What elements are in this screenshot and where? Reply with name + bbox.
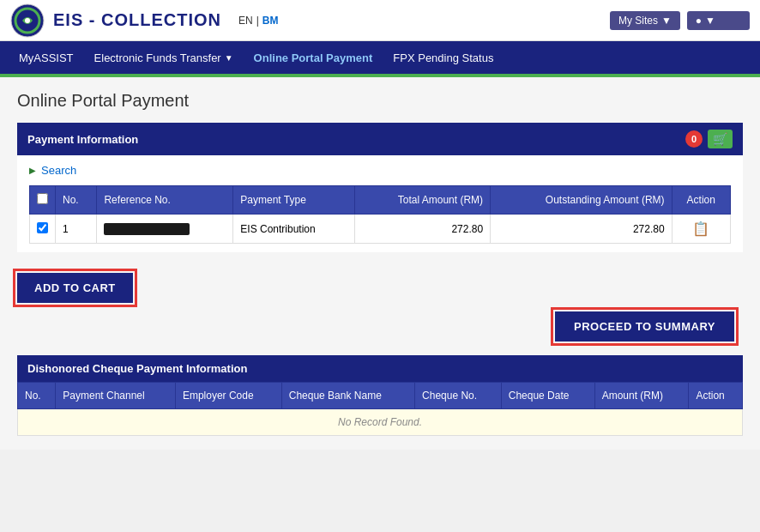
col-outstanding-amount: Outstanding Amount (RM): [491, 186, 672, 215]
table-row: 1 EIS Contribution 272.80 272.80 📋: [30, 215, 731, 244]
proceed-to-summary-button[interactable]: PROCEED TO SUMMARY: [555, 311, 734, 342]
page-content: Online Portal Payment Payment Informatio…: [0, 77, 760, 450]
row-total-amount: 272.80: [355, 215, 491, 244]
dis-col-action: Action: [689, 383, 743, 409]
payment-panel: ▶ Search No. Reference No. Payment Type …: [17, 155, 743, 252]
payment-section-header: Payment Information 0 🛒: [17, 123, 743, 155]
col-reference-no: Reference No.: [97, 186, 233, 215]
add-to-cart-button[interactable]: ADD TO CART: [17, 273, 133, 303]
user-icon: ●: [696, 15, 702, 27]
col-action: Action: [672, 186, 730, 215]
chevron-down-icon: ▼: [661, 15, 672, 27]
language-switcher: EN | BM: [238, 15, 278, 27]
cart-icon: 🛒: [713, 132, 727, 146]
col-checkbox: [30, 186, 56, 215]
dishonored-panel: No. Payment Channel Employer Code Cheque…: [17, 382, 743, 436]
no-record-text: No Record Found.: [18, 409, 743, 436]
select-all-checkbox[interactable]: [37, 193, 48, 204]
payment-section: Payment Information 0 🛒 ▶ Search: [17, 123, 743, 252]
nav-fpx-pending[interactable]: FPX Pending Status: [383, 41, 504, 74]
search-toggle[interactable]: ▶ Search: [29, 164, 731, 177]
dis-col-cheque-date: Cheque Date: [501, 383, 594, 409]
table-header-row: No. Reference No. Payment Type Total Amo…: [30, 186, 731, 215]
nav-online-portal-payment[interactable]: Online Portal Payment: [244, 41, 383, 74]
dishonored-section-title: Dishonored Cheque Payment Information: [27, 362, 247, 375]
arrow-right-icon: ▶: [29, 166, 36, 175]
svg-point-2: [25, 18, 30, 23]
dis-col-payment-channel: Payment Channel: [56, 383, 176, 409]
add-to-cart-container: ADD TO CART: [17, 261, 743, 311]
row-checkbox-cell: [30, 215, 56, 244]
payment-section-title: Payment Information: [27, 133, 138, 146]
cart-button[interactable]: 🛒: [708, 130, 733, 148]
header: EIS - COLLECTION EN | BM My Sites ▼ ● ▼: [0, 0, 760, 41]
dis-col-amount: Amount (RM): [594, 383, 689, 409]
row-no: 1: [56, 215, 97, 244]
lang-bm-link[interactable]: BM: [262, 15, 279, 27]
no-record-row: No Record Found.: [18, 409, 743, 436]
navbar: MyASSIST Electronic Funds Transfer ▼ Onl…: [0, 41, 760, 74]
lang-en-link[interactable]: EN: [238, 15, 253, 27]
col-payment-type: Payment Type: [233, 186, 355, 215]
row-payment-type: EIS Contribution: [233, 215, 355, 244]
app-title: EIS - COLLECTION: [53, 10, 221, 30]
receipt-icon[interactable]: 📋: [692, 221, 709, 236]
logo: [10, 3, 45, 38]
row-reference-no: [97, 215, 233, 244]
col-total-amount: Total Amount (RM): [355, 186, 491, 215]
row-action: 📋: [672, 215, 730, 244]
row-outstanding-amount: 272.80: [491, 215, 672, 244]
my-sites-button[interactable]: My Sites ▼: [610, 11, 680, 30]
masked-reference: [104, 223, 190, 235]
dishonored-section: Dishonored Cheque Payment Information No…: [17, 355, 743, 436]
nav-myassist[interactable]: MyASSIST: [9, 41, 84, 74]
dis-col-cheque-no: Cheque No.: [415, 383, 502, 409]
col-no: No.: [56, 186, 97, 215]
nav-eft[interactable]: Electronic Funds Transfer ▼: [84, 41, 244, 74]
dishonored-table: No. Payment Channel Employer Code Cheque…: [17, 382, 743, 436]
chevron-down-icon: ▼: [225, 53, 233, 63]
user-menu-button[interactable]: ● ▼: [687, 11, 750, 30]
dis-col-employer-code: Employer Code: [175, 383, 281, 409]
dis-col-cheque-bank-name: Cheque Bank Name: [281, 383, 414, 409]
dis-col-no: No.: [18, 383, 56, 409]
page-title: Online Portal Payment: [17, 91, 743, 111]
dishonored-section-header: Dishonored Cheque Payment Information: [17, 355, 743, 382]
proceed-container: PROCEED TO SUMMARY: [17, 311, 743, 342]
header-right: My Sites ▼ ● ▼: [610, 11, 750, 30]
payment-table: No. Reference No. Payment Type Total Amo…: [29, 185, 731, 244]
header-icons: 0 🛒: [685, 130, 733, 148]
notification-badge: 0: [685, 130, 703, 148]
dishonored-header-row: No. Payment Channel Employer Code Cheque…: [18, 383, 743, 409]
row-checkbox[interactable]: [37, 222, 48, 233]
